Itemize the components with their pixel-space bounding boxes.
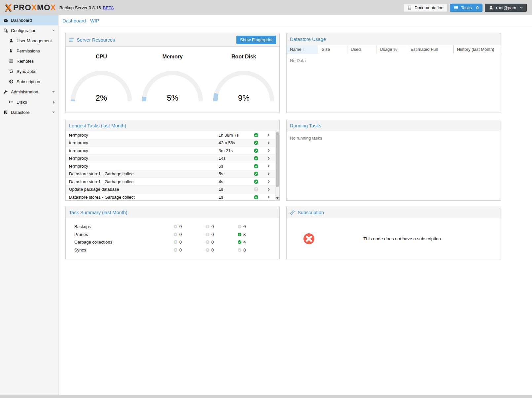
sidebar-item-label: Configuration bbox=[11, 28, 36, 33]
status-ok-icon bbox=[250, 179, 262, 184]
status-ok-icon bbox=[250, 148, 262, 153]
sidebar-item-sync-jobs[interactable]: Sync Jobs bbox=[0, 66, 58, 77]
ok-count-icon bbox=[237, 232, 242, 237]
sidebar-item-permissions[interactable]: Permissions bbox=[0, 46, 58, 56]
empty-state-text: No running tasks bbox=[287, 131, 501, 145]
product-version-label: Backup Server 0.8-15 bbox=[59, 5, 101, 10]
sidebar-item-configuration[interactable]: Configuration bbox=[0, 25, 58, 36]
chevron-right-icon bbox=[262, 179, 275, 184]
task-row[interactable]: termproxy 42m 58s bbox=[66, 139, 275, 147]
ok-count-icon bbox=[237, 248, 242, 252]
sidebar-item-label: Dashboard bbox=[11, 18, 32, 23]
ok-count-icon bbox=[237, 240, 242, 244]
status-ok-icon bbox=[250, 140, 262, 145]
column-header-size[interactable]: Size bbox=[318, 45, 347, 54]
chevron-right-icon bbox=[262, 164, 275, 168]
chevron-right-icon bbox=[262, 187, 275, 192]
user-icon bbox=[489, 5, 494, 10]
bars-icon bbox=[69, 37, 74, 42]
root-disk-gauge-value: 9% bbox=[211, 93, 277, 103]
sidebar-item-label: Sync Jobs bbox=[17, 69, 36, 74]
summary-row-garbage-collections: Garbage collections 0 0 4 bbox=[66, 238, 279, 246]
dashboard-content: Server Resources Show Fingerprint CPU bbox=[58, 26, 532, 395]
sidebar-item-administration[interactable]: Administration bbox=[0, 87, 58, 97]
scrollbar[interactable] bbox=[275, 131, 279, 200]
scrollbar-thumb[interactable] bbox=[276, 132, 279, 187]
sidebar-item-label: Administration bbox=[11, 89, 38, 94]
cpu-gauge: CPU 2% bbox=[68, 54, 134, 113]
sidebar-item-remotes[interactable]: Remotes bbox=[0, 56, 58, 66]
memory-gauge: Memory 5% bbox=[139, 54, 205, 113]
unlock-icon bbox=[9, 49, 14, 53]
chevron-right-icon bbox=[262, 156, 275, 161]
status-ok-icon bbox=[250, 195, 262, 200]
sidebar-item-label: Remotes bbox=[17, 59, 34, 64]
user-menu-button[interactable]: root@pam bbox=[485, 4, 527, 12]
column-header-used[interactable]: Used bbox=[347, 45, 376, 54]
sidebar-item-label: User Management bbox=[17, 38, 52, 43]
empty-state-text: No Data bbox=[287, 54, 501, 67]
sidebar-item-label: Subscription bbox=[17, 79, 40, 84]
column-header-history[interactable]: History (last Month) bbox=[454, 45, 501, 54]
task-row[interactable]: Datastore store1 - Garbage collect 1s bbox=[66, 193, 275, 200]
column-header-estimated-full[interactable]: Estimated Full bbox=[407, 45, 454, 54]
chevron-right-icon[interactable] bbox=[53, 101, 55, 104]
tasks-count-badge: 0 bbox=[476, 5, 479, 10]
panel-title: Server Resources bbox=[77, 37, 115, 43]
task-row[interactable]: Datastore store1 - Garbage collect 5s bbox=[66, 170, 275, 178]
chevron-down-icon[interactable] bbox=[52, 30, 55, 31]
task-list-icon bbox=[454, 5, 459, 10]
chevron-right-icon bbox=[262, 172, 275, 176]
chevron-right-icon bbox=[262, 148, 275, 153]
chevron-down-icon bbox=[520, 7, 523, 9]
sidebar-item-label: Permissions bbox=[17, 49, 40, 53]
panel-title: Running Tasks bbox=[290, 123, 321, 128]
sidebar-item-label: Datastore bbox=[11, 110, 29, 115]
sort-up-icon: ↑ bbox=[303, 47, 305, 52]
hdd-icon bbox=[9, 100, 14, 105]
column-header-name[interactable]: Name↑ bbox=[287, 45, 318, 54]
task-row[interactable]: termproxy 1h 38m 7s bbox=[66, 131, 275, 139]
root-disk-gauge: Root Disk 9% bbox=[211, 54, 277, 113]
scroll-down-arrow-icon[interactable] bbox=[276, 197, 279, 199]
task-row[interactable]: termproxy 3m 21s bbox=[66, 147, 275, 155]
panel-title: Subscription bbox=[298, 210, 324, 215]
status-ok-icon bbox=[250, 133, 262, 138]
task-row[interactable]: Datastore store1 - Garbage collect 4s bbox=[66, 178, 275, 186]
datastore-usage-panel: Datastore Usage Name↑ Size Used Usage % … bbox=[286, 33, 501, 113]
proxmox-x-icon: X bbox=[5, 3, 12, 13]
book-icon bbox=[407, 5, 412, 10]
chevron-right-icon bbox=[262, 195, 275, 199]
top-bar: X PROXMOX Backup Server 0.8-15 BETA Docu… bbox=[0, 0, 532, 15]
documentation-button[interactable]: Documentation bbox=[403, 4, 447, 12]
summary-row-syncs: Syncs 0 0 0 bbox=[66, 246, 279, 254]
task-summary-panel: Task Summary (last Month) Backups 0 0 0 … bbox=[65, 207, 280, 259]
chevron-down-icon[interactable] bbox=[52, 112, 55, 113]
sidebar-item-disks[interactable]: Disks bbox=[0, 97, 58, 107]
column-header-usage[interactable]: Usage % bbox=[376, 45, 407, 54]
task-row[interactable]: Update package database 1s ? bbox=[66, 186, 275, 194]
memory-gauge-value: 5% bbox=[139, 93, 205, 103]
warning-count-icon bbox=[205, 248, 210, 252]
error-count-icon bbox=[173, 232, 178, 237]
server-resources-panel: Server Resources Show Fingerprint CPU bbox=[65, 33, 280, 113]
longest-tasks-panel: Longest Tasks (last Month) termproxy 1h … bbox=[65, 120, 280, 201]
sidebar-item-subscription[interactable]: Subscription bbox=[0, 77, 58, 87]
beta-link[interactable]: BETA bbox=[103, 5, 114, 10]
status-ok-icon bbox=[250, 164, 262, 169]
status-ok-icon bbox=[250, 156, 262, 161]
sidebar-item-user-management[interactable]: User Management bbox=[0, 36, 58, 46]
sidebar-item-dashboard[interactable]: Dashboard bbox=[0, 15, 58, 25]
show-fingerprint-button[interactable]: Show Fingerprint bbox=[236, 36, 276, 44]
status-unknown-icon: ? bbox=[250, 187, 262, 192]
sidebar-item-datastore[interactable]: Datastore bbox=[0, 107, 58, 117]
tasks-button[interactable]: Tasks 0 bbox=[450, 4, 482, 12]
task-row[interactable]: termproxy 14s bbox=[66, 155, 275, 163]
building-icon bbox=[3, 110, 8, 115]
chevron-right-icon bbox=[262, 141, 275, 145]
sync-icon bbox=[9, 69, 14, 74]
panel-title: Task Summary (last Month) bbox=[69, 210, 127, 215]
sidebar: Dashboard Configuration User Management … bbox=[0, 15, 58, 395]
chevron-down-icon[interactable] bbox=[52, 91, 55, 93]
task-row[interactable]: termproxy 5s bbox=[66, 162, 275, 170]
